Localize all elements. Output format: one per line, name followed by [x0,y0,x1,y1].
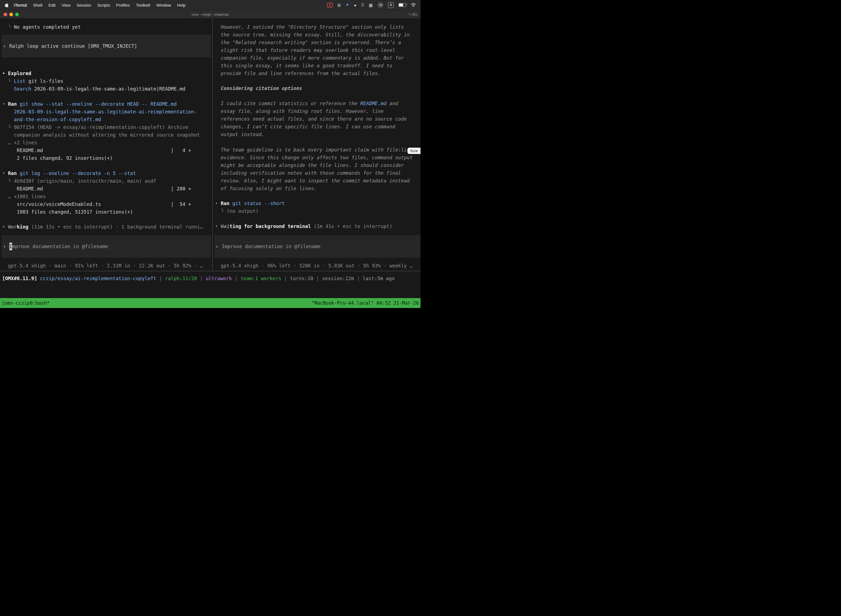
left-terminal-pane[interactable]: └ No agents completed yet ›Ralph loop ac… [0,19,212,271]
wifi-icon[interactable] [410,3,416,7]
waiting-detail: (1m 41s • esc to interrupt) [311,224,393,229]
command-output-line: └ 067f154 (HEAD -> essay/ai-reimplementa… [0,123,212,131]
omx-version: [OMX#0.11.9] [2,276,40,281]
separator-pipe: | [232,276,240,281]
menu-item-session[interactable]: Session [74,3,94,7]
command-arg-line: 2026-03-09-is-legal-the-same-as-legitima… [0,108,212,116]
ran-verb: Ran [5,101,17,107]
menu-item-edit[interactable]: Edit [45,3,59,7]
menu-item-window[interactable]: Window [154,3,174,7]
explored-list-line: └ List git ls-files [0,77,212,85]
tmux-host-clock: "MacBook-Pro-44.local" 04:52 31-Mar-26 [312,300,419,306]
prompt-chevron: › [215,243,218,250]
reasoning-text: I could cite commit statistics or refere… [215,101,360,106]
screen-share-toast[interactable]: Scre [407,148,420,154]
close-button[interactable] [4,13,7,16]
reasoning-line: this single essay, it seems like a good … [213,62,420,70]
reasoning-line: review. Also, I might want to inspect th… [213,177,420,185]
tool-verb: List [14,78,25,84]
app-circle-icon[interactable]: ● [354,3,356,7]
reasoning-line: The team guideline is to back every impo… [213,146,420,154]
bullet: • [2,224,5,230]
ran-verb: Ran [218,201,230,206]
menu-item-profiles[interactable]: Profiles [113,3,133,7]
reasoning-heading: Considering citation options [213,84,420,92]
reasoning-line: changes, I can’t cite specific file line… [213,123,420,131]
prompt-chevron: › [3,42,6,50]
ran-verb: Ran [5,170,17,176]
explored-header: • Explored [0,70,212,77]
screen-recording-icon[interactable] [327,3,333,7]
ran-git-show-header: • Ran git show --stat --oneline --decora… [0,100,212,108]
input-source-icon[interactable]: A [388,2,394,8]
tool-args: git ls-files [25,78,63,84]
reasoning-line: companion file, especially if more comme… [213,54,420,62]
menu-item-toolbelt[interactable]: Toolbelt [133,3,154,7]
terminal-panes: └ No agents completed yet ›Ralph loop ac… [0,19,420,271]
minimize-button[interactable] [9,13,13,16]
dots-grid-icon[interactable]: ⠿ [361,3,364,7]
omx-status-bar: [OMX#0.11.9] cczip/essay/ai-reimplementa… [0,274,420,282]
note-text: No agents completed yet [14,24,81,30]
battery-fill [399,4,403,6]
readme-link[interactable]: README.md [360,101,387,106]
reasoning-line: output instead. [213,131,420,138]
spark-icon[interactable]: ✦ [346,3,349,7]
reasoning-line: might be acceptable alongside the file l… [213,161,420,169]
menu-item-view[interactable]: View [59,3,73,7]
bullet: • [2,170,5,176]
stage-manager-icon[interactable]: ▦ [369,3,373,7]
omx-turns: turns:10 [290,276,313,281]
zoom-button[interactable] [15,13,19,16]
reasoning-line: However, I noticed the "Directory Struct… [213,23,420,31]
window-title-bar: omx --xhigh --madmax ⌥⌘1 [0,10,420,19]
load-meter-icon[interactable]: .61 [378,2,383,8]
separator-pipe: | [281,276,290,281]
command-output-line: └ (no output) [213,207,420,215]
reasoning-line: provide file and line references from th… [213,70,420,77]
tree-prefix: └ [2,78,14,84]
apple-menu[interactable] [4,3,9,7]
waiting-label-dim: Wai [218,224,230,229]
explored-search-line: Search 2026-03-09-is-legal-the-same-as-l… [0,85,212,93]
composer-input-left[interactable]: ›Improve documentation in @filename [1,235,211,258]
output-truncation-note: … +2 lines [0,139,212,147]
tree-prefix: └ [2,24,14,30]
composer-input-right[interactable]: ›Improve documentation in @filename [214,235,420,258]
bullet: • [2,101,5,107]
ran-git-log-header: • Ran git log --oneline --decorate -n 5 … [0,169,212,177]
menu-item-iterm2[interactable]: iTerm2 [11,3,30,7]
ralph-loop-banner: ›Ralph loop active continue [OMX_TMUX_IN… [1,35,211,57]
menu-item-shell[interactable]: Shell [30,3,45,7]
reasoning-text: and [387,101,398,106]
command-arg-line: and-the-erosion-of-copyleft.md [0,116,212,123]
right-terminal-pane[interactable]: However, I noticed the "Directory Struct… [213,19,420,271]
composer-text: mprove documentation in @filename [12,243,108,250]
reasoning-line: including verification notes with those … [213,169,420,177]
git-stat-line: README.md | 4 + [0,147,212,154]
omx-mode: ultrawork [206,276,232,281]
explored-title: Explored [5,70,31,76]
window-manager-icon[interactable]: ⊞ [337,3,341,7]
omx-last-activity: last:5m ago [363,276,395,281]
separator-pipe: | [156,276,165,281]
working-status-line: • Working (11m 13s • esc to interrupt) ·… [0,223,212,231]
battery-icon[interactable] [399,3,406,7]
text-cursor: I [9,243,12,250]
tmux-status-bar[interactable]: [omx-cczip0:bash* "MacBook-Pro-44.local"… [0,298,420,308]
separator-pipe: | [313,276,322,281]
session-status-right: gpt-5.4 xhigh · 96% left · 520K in · 5.8… [213,262,420,270]
traffic-lights [4,13,19,16]
menu-item-help[interactable]: Help [174,3,189,7]
bullet: • [215,224,218,229]
git-stat-line: README.md | 280 + [0,185,212,193]
bullet: • [2,70,5,76]
menu-item-scripts[interactable]: Scripts [94,3,113,7]
window-hotkey-label: ⌥⌘1 [408,12,418,16]
reasoning-line: slight risk that future readers may over… [213,46,420,54]
output-truncation-note: … +1901 lines [0,193,212,200]
omx-session-time: session:12m [322,276,354,281]
tmux-session-label: [omx-cczip0:bash* [1,300,50,306]
reasoning-line: of focusing solely on file lines. [213,185,420,192]
omx-branch-path: cczip/essay/ai-reimplementation-copyleft [40,276,156,281]
